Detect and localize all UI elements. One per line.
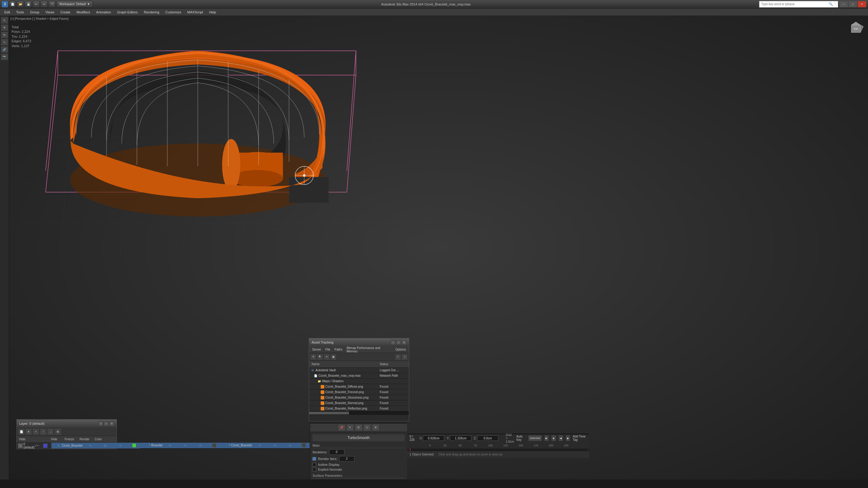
stop-btn[interactable]: ■ (551, 435, 556, 441)
ts-explicit-check[interactable] (312, 468, 316, 471)
ts-render-iters-input[interactable] (339, 456, 354, 461)
menu-tools[interactable]: Tools (13, 8, 27, 16)
scale-tool[interactable]: ⤡ (1, 39, 8, 45)
panel-icon-rotate[interactable]: ↻ (355, 424, 362, 431)
coord-x-label: X: (420, 436, 422, 440)
prev-frame-btn[interactable]: ◀ (559, 435, 563, 441)
ts-isoline-check[interactable] (312, 463, 316, 466)
asset-dialog-minimize[interactable]: ─ (391, 340, 396, 345)
layer-move-down-btn[interactable]: ↓ (47, 428, 54, 435)
asset-row-fresnel[interactable]: Cicret_Bracelet_Fresnel.png Found (309, 389, 409, 395)
panel-icon-row-2: 📌 ↖ ↻ ⤡ ✛ (310, 424, 407, 432)
menu-customize[interactable]: Customize (162, 8, 184, 16)
workspace-selector[interactable]: Workspace: Default ▼ (57, 1, 93, 8)
asset-row-glossiness[interactable]: Cicret_Bracelet_Glossiness.png Found (309, 395, 409, 400)
render-setup-btn[interactable]: 🎬 (49, 1, 55, 8)
select-tool[interactable]: ↖ (1, 17, 8, 24)
asset-dialog-close[interactable]: ✕ (402, 340, 406, 345)
layer-settings-btn[interactable]: ⚙ (55, 428, 61, 435)
menu-modifiers[interactable]: Modifiers (73, 8, 93, 16)
key-mode-selector[interactable]: Selected (528, 435, 542, 441)
layer-dialog-help[interactable]: ? (98, 421, 103, 426)
layer-row-cicret[interactable]: L Cicret_Bracelet ─ □ ─ ╰ Bracelet ─ ─ ─ (52, 443, 407, 449)
menu-group[interactable]: Group (27, 8, 42, 16)
asset-help-btn[interactable]: ? (395, 354, 401, 360)
layer-icon-cicret2: ╰ (229, 444, 230, 447)
coord-x-value[interactable]: 0.918cm (423, 435, 444, 441)
layer-dialog-header[interactable]: Layer: 0 (default) ? ─ ✕ (17, 420, 117, 427)
next-frame-btn[interactable]: ▶ (566, 435, 570, 441)
save-btn[interactable]: 💾 (25, 1, 32, 8)
layer-new-btn[interactable]: 📄 (18, 428, 25, 435)
ts-iterations-input[interactable] (329, 449, 344, 455)
layer-add-btn[interactable]: + (33, 428, 39, 435)
asset-menu-bitmap[interactable]: Bitmap Performance and Memory (345, 346, 393, 353)
menu-rendering[interactable]: Rendering (141, 8, 162, 16)
move-tool[interactable]: ✛ (1, 24, 8, 31)
timeline-track-area[interactable] (407, 449, 589, 451)
layer-delete-btn[interactable]: ✕ (25, 428, 32, 435)
asset-menu-paths[interactable]: Paths (333, 346, 344, 353)
layer-col-name: Hide (17, 437, 46, 441)
asset-refresh-btn[interactable]: ↻ (310, 354, 316, 360)
menu-help[interactable]: Help (206, 8, 219, 16)
asset-row-maps[interactable]: 📁 Maps / Shaders (309, 379, 409, 384)
menu-maxscript[interactable]: MAXScript (184, 8, 206, 16)
panel-icon-move[interactable]: ↖ (346, 424, 354, 431)
panel-icon-pin[interactable]: 📌 (338, 424, 345, 431)
rotate-tool[interactable]: ↻ (1, 32, 8, 38)
viewport-3d[interactable]: [+] [Perspective ] [ Shaded + Edged Face… (9, 16, 868, 480)
layer-dialog-minimize[interactable]: ─ (104, 421, 108, 426)
asset-row-vault[interactable]: 🏛 Autodesk Vault Logged Out ... (309, 367, 409, 373)
ts-smooth-result-check[interactable] (312, 480, 316, 480)
layer-dialog-close[interactable]: ✕ (109, 421, 114, 426)
menu-views[interactable]: Views (42, 8, 57, 16)
menu-create[interactable]: Create (57, 8, 73, 16)
panel-icon-select[interactable]: ✛ (372, 424, 379, 431)
asset-menu-options[interactable]: Options (394, 346, 408, 353)
link-tool[interactable]: 🔗 (1, 46, 8, 53)
asset-row-max[interactable]: 📄 Cicret_Bracelet_max_vray.max Network P… (309, 373, 409, 379)
asset-menu-server[interactable]: Server (310, 346, 323, 353)
layer-row-cicret2[interactable]: ╰ Cicret_Bracelet ─ ─ ─ (220, 443, 310, 449)
asset-dialog-header[interactable]: Asset Tracking ─ □ ✕ (309, 338, 409, 346)
asset-row-reflection[interactable]: Cicret_Bracelet_Reflection.png Found (309, 406, 409, 411)
play-btn[interactable]: ▶ (544, 435, 549, 441)
asset-menu-file[interactable]: File (323, 346, 332, 353)
asset-row-diffuse[interactable]: Cicret_Bracelet_Diffuse.png Found (309, 384, 409, 389)
search-input[interactable] (761, 2, 828, 6)
timeline-track[interactable] (409, 449, 587, 451)
asset-normal-name: Cicret_Bracelet_Normal.png (325, 401, 364, 405)
layer-row-bracelet[interactable]: ╰ Bracelet ─ ─ ─ ╰ Cicret_Bracelet ─ ─ ─ (140, 443, 310, 449)
asset-strip-btn[interactable]: ✂ (324, 354, 330, 360)
coord-z-value[interactable]: 0.0cm (477, 435, 498, 441)
camera-tool[interactable]: 📷 (1, 54, 8, 60)
asset-normal-icon (321, 401, 324, 405)
undo-btn[interactable]: ↩ (33, 1, 39, 8)
asset-toolbar-left: ↻ 🔍 ✂ ▦ (310, 354, 337, 360)
restore-btn[interactable]: □ (848, 1, 857, 7)
svg-point-25 (303, 174, 306, 177)
view-cube[interactable]: TOP (847, 19, 865, 37)
open-btn[interactable]: 📂 (17, 1, 24, 8)
asset-scrollbar[interactable] (309, 411, 409, 415)
asset-toolbar: ↻ 🔍 ✂ ▦ ? ⤢ (309, 353, 409, 361)
asset-find-btn[interactable]: 🔍 (317, 354, 323, 360)
menu-animation[interactable]: Animation (93, 8, 114, 16)
ts-render-iters-check[interactable] (312, 457, 316, 461)
asset-row-normal[interactable]: Cicret_Bracelet_Normal.png Found (309, 400, 409, 406)
asset-max-icon: 📄 (313, 374, 318, 378)
coord-y-value[interactable]: 1.326cm (450, 435, 471, 441)
asset-grid-btn[interactable]: ▦ (331, 354, 337, 360)
panel-icon-scale[interactable]: ⤡ (364, 424, 371, 431)
menu-graph-editors[interactable]: Graph Editors (114, 8, 141, 16)
new-btn[interactable]: 📄 (9, 1, 16, 8)
asset-expand-btn[interactable]: ⤢ (402, 354, 408, 360)
menu-edit[interactable]: Edit (1, 8, 13, 16)
asset-dialog-restore[interactable]: □ (396, 340, 401, 345)
close-btn[interactable]: ✕ (858, 1, 866, 7)
minimize-btn[interactable]: ─ (839, 1, 848, 7)
layer-row-default[interactable]: L 0 (default) ✓ ─ L Cicret_Bracelet ─ □ … (17, 443, 117, 449)
layer-move-up-btn[interactable]: ↑ (40, 428, 46, 435)
redo-btn[interactable]: ↪ (41, 1, 48, 8)
